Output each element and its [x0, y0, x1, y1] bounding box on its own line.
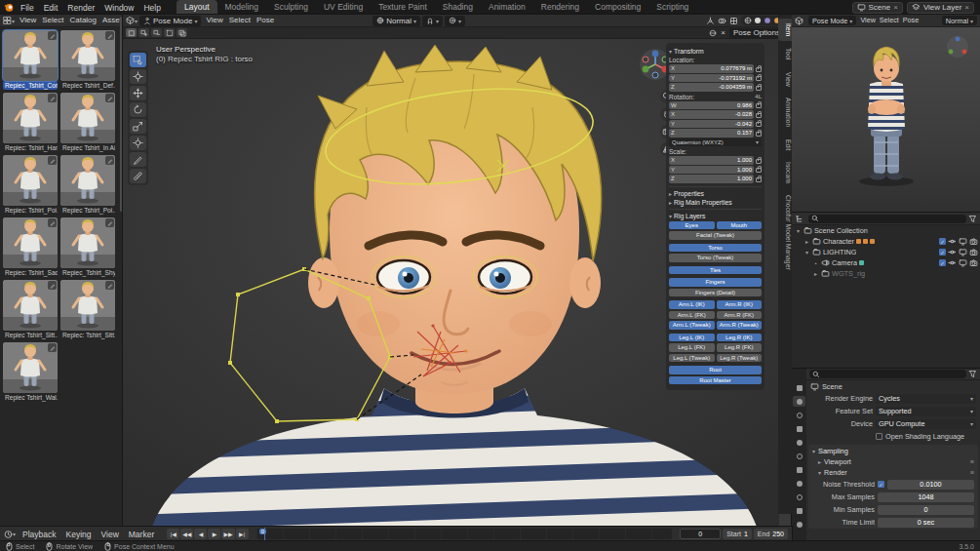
world-tab-icon[interactable] — [793, 451, 805, 461]
workspace-tab-uv-editing[interactable]: UV Editing — [316, 0, 371, 15]
screen-icon[interactable] — [959, 237, 967, 246]
rig-layer-torso[interactable]: Torso — [669, 244, 762, 253]
secondary-viewport-editor-icon[interactable] — [795, 16, 806, 25]
viewport-menu-pose[interactable]: Pose — [254, 15, 277, 26]
rotation-w-field[interactable]: W0.986 — [669, 101, 754, 110]
asset-item[interactable]: Repiec: Tshirt_Poi... — [3, 155, 58, 215]
rig-layer-leg-l-tweak[interactable]: Leg.L (Tweak) — [669, 354, 715, 363]
rig-layers-section-header[interactable]: ▾Rig Layers — [669, 213, 762, 219]
lock-icon[interactable] — [756, 168, 762, 173]
secondary-menu-pose[interactable]: Pose — [901, 15, 921, 26]
sampling-section-header[interactable]: ▾Sampling — [808, 445, 978, 456]
screen-icon[interactable] — [959, 248, 967, 256]
render-engine-select[interactable]: Cycles▾ — [876, 394, 976, 404]
rotation-x-field[interactable]: X-0.028 — [669, 110, 754, 119]
rig-layer-leg-l-ik[interactable]: Leg.L (IK) — [669, 334, 715, 342]
render-camera-icon[interactable] — [969, 248, 978, 256]
timeline-strip[interactable]: 0 — [256, 529, 672, 539]
scale-x-field[interactable]: X1.000 — [669, 156, 754, 165]
render-camera-icon[interactable] — [969, 237, 978, 246]
rig-layer-ties[interactable]: Ties — [669, 266, 762, 275]
xray-toggle-icon[interactable] — [729, 17, 738, 25]
outliner-row-wgts-rig[interactable]: ▸WGTS_rig — [792, 268, 980, 279]
mode-selector[interactable]: Pose Mode ▾ — [139, 16, 201, 26]
disclosure-icon[interactable]: • — [812, 260, 819, 266]
shading-wireframe-icon[interactable] — [744, 17, 752, 24]
rig-main-properties-section-header[interactable]: ▸Rig Main Properties — [669, 199, 762, 206]
exclude-checkbox[interactable]: ✓ — [939, 249, 946, 256]
workspace-tab-texture-paint[interactable]: Texture Paint — [371, 0, 435, 15]
sidebar-tab-tool[interactable]: Tool — [778, 43, 792, 64]
noise-threshold-field[interactable]: 0.0100 — [887, 480, 974, 490]
secondary-mode-selector[interactable]: Pose Mode▾ — [808, 16, 856, 25]
rotation-lock-badge[interactable]: 4L — [755, 94, 762, 100]
jump-start-button[interactable]: |◀ — [167, 529, 179, 539]
asset-item[interactable]: Repiec_Tshirt_Shy — [60, 217, 115, 277]
workspace-tab-shading[interactable]: Shading — [435, 0, 481, 15]
workspace-tab-layout[interactable]: Layout — [176, 0, 217, 15]
rig-layer-mouth[interactable]: Mouth — [717, 221, 763, 230]
output-tab-icon[interactable] — [793, 410, 805, 420]
menu-edit[interactable]: Edit — [39, 1, 63, 15]
shading-solid-icon[interactable] — [754, 17, 762, 24]
rig-layer-arm-r-fk[interactable]: Arm.R (FK) — [717, 311, 763, 320]
disclosure-icon[interactable]: ▾ — [804, 249, 810, 256]
asset-item[interactable]: Repiec Tshirt_Wal... — [3, 342, 58, 402]
rig-layer-leg-r-fk[interactable]: Leg.R (FK) — [717, 343, 763, 352]
lock-icon[interactable] — [756, 86, 762, 91]
asset-item[interactable]: Repiec: Tshirt_Han... — [3, 93, 58, 152]
disclosure-icon[interactable]: ▸ — [812, 270, 819, 277]
secondary-menu-select[interactable]: Select — [878, 15, 901, 26]
rig-layer-arm-l-tweak[interactable]: Arm.L (Tweak) — [669, 321, 715, 330]
preset-menu-icon[interactable]: ≡ — [970, 468, 974, 477]
render-tab-icon[interactable] — [793, 396, 805, 407]
lock-icon[interactable] — [756, 67, 762, 72]
properties-section-header[interactable]: ▸Properties — [669, 190, 762, 197]
location-y-field[interactable]: Y-0.073192 m — [669, 74, 754, 83]
exclude-checkbox[interactable]: ✓ — [939, 238, 946, 245]
disclosure-icon[interactable]: ▾ — [795, 227, 802, 234]
workspace-tab-modeling[interactable]: Modeling — [217, 0, 267, 15]
scene-selector[interactable]: Scene × — [852, 2, 903, 14]
blender-logo[interactable] — [4, 2, 15, 13]
select-extend-icon[interactable] — [138, 28, 149, 37]
proportional-edit-toggle[interactable]: ▾ — [445, 16, 465, 26]
frame-start-field[interactable]: Start1 — [723, 529, 752, 539]
menu-help[interactable]: Help — [138, 1, 165, 15]
view-layer-selector[interactable]: View Layer × — [907, 2, 974, 14]
feature-set-select[interactable]: Supported▾ — [876, 407, 976, 416]
transform-orientation-selector[interactable]: Normal ▾ — [372, 16, 420, 26]
sidebar-tab-edit[interactable]: Edit — [778, 135, 792, 156]
eye-icon[interactable] — [948, 248, 957, 256]
viewport-editor-icon[interactable]: ▾ — [126, 16, 137, 25]
close-icon[interactable]: × — [721, 28, 725, 37]
preset-menu-icon[interactable]: ≡ — [970, 457, 974, 466]
filter-icon[interactable] — [968, 370, 977, 378]
menu-render[interactable]: Render — [62, 1, 99, 15]
modifiers-tab-icon[interactable] — [793, 478, 805, 489]
rotation-mode-select[interactable]: Quaternion (WXYZ)▾ — [669, 138, 762, 147]
jump-end-button[interactable]: ▶| — [236, 529, 249, 539]
viewport-canvas[interactable]: User Perspective (0) Repiec Tshirt RIG :… — [123, 39, 779, 527]
asset-item[interactable]: Repiec Tshirt_Def... — [60, 30, 115, 90]
min-samples-field[interactable]: 0 — [878, 505, 974, 515]
device-select[interactable]: GPU Compute▾ — [876, 419, 976, 429]
select-subtract-icon[interactable] — [151, 28, 162, 37]
max-samples-field[interactable]: 1048 — [878, 492, 974, 502]
material-tab-icon[interactable] — [793, 519, 805, 530]
lock-icon[interactable] — [756, 103, 762, 108]
next-keyframe-button[interactable]: ▶▶ — [221, 529, 234, 539]
location-x-field[interactable]: X0.077679 m — [669, 64, 754, 73]
options-icon[interactable] — [709, 29, 717, 37]
lock-icon[interactable] — [756, 76, 762, 81]
scale-z-field[interactable]: Z1.000 — [669, 175, 754, 183]
timeline-menu-keying[interactable]: Keying — [61, 528, 97, 541]
lock-icon[interactable] — [756, 122, 762, 127]
eye-icon[interactable] — [948, 258, 957, 267]
rig-layer-torso-tweak[interactable]: Torso (Tweak) — [669, 254, 762, 262]
rig-layer-facial-tweak[interactable]: Facial (Tweak) — [669, 231, 762, 240]
rig-layer-root-master[interactable]: Root Master — [669, 376, 762, 385]
object-data-tab-icon[interactable] — [793, 505, 805, 516]
asset-browser-editor-icon[interactable]: ▾ — [3, 16, 15, 25]
time-limit-field[interactable]: 0 sec — [878, 518, 974, 528]
